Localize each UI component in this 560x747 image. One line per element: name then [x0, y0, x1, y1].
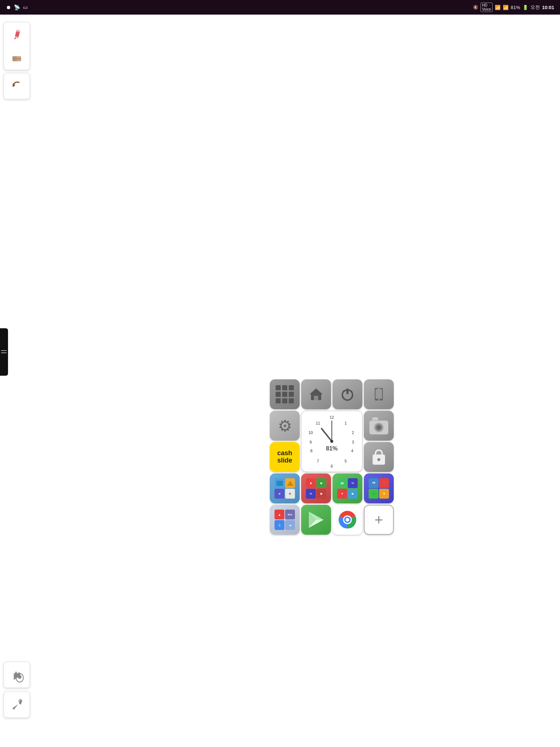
app-settings-button[interactable]: ⚙: [270, 411, 300, 441]
clock-face-svg: 12 3 6 9 1 2 5 7 10 11 4 8 81%: [303, 412, 361, 471]
svg-text:5: 5: [345, 459, 347, 463]
pointer-icon: [9, 667, 25, 683]
power-icon: [339, 386, 355, 402]
app-folder2-button[interactable]: ♟ ▶ M ▶: [301, 473, 331, 503]
app-folder4-button[interactable]: 🗺 📍 🐉 ★: [364, 473, 394, 503]
time-label: 10:01: [542, 5, 554, 10]
app-phone-button[interactable]: [364, 379, 394, 409]
cloud-icon: ▲ box 💧 ☁: [275, 510, 295, 530]
app-home-button[interactable]: [301, 379, 331, 409]
antenna-icon: 📡: [14, 4, 20, 10]
svg-text:11: 11: [316, 421, 320, 425]
record-icon: ⏺: [6, 4, 11, 10]
wrench-button[interactable]: [7, 695, 27, 715]
app-lock-button[interactable]: [364, 442, 394, 472]
svg-text:1: 1: [345, 421, 347, 425]
svg-text:3: 3: [352, 440, 354, 444]
app-chrome-button[interactable]: [332, 505, 362, 535]
app-cloud-button[interactable]: ▲ box 💧 ☁: [270, 505, 300, 535]
svg-text:4: 4: [351, 449, 353, 453]
camera-icon: [369, 417, 388, 434]
app-grid-container: ⚙ 12 3 6 9 1 2 5 7 10 11 4 8: [270, 379, 394, 535]
app-grid-button[interactable]: [270, 379, 300, 409]
svg-text:6: 6: [331, 464, 333, 468]
svg-text:10: 10: [308, 430, 313, 435]
app-power-button[interactable]: [332, 379, 362, 409]
pencil-icon: [10, 28, 23, 42]
period-label: 오전: [530, 4, 540, 11]
eraser-icon: [10, 50, 23, 63]
eraser-button[interactable]: [7, 47, 27, 67]
app-grid: ⚙ 12 3 6 9 1 2 5 7 10 11 4 8: [270, 379, 394, 535]
svg-text:9: 9: [310, 440, 312, 444]
svg-text:7: 7: [317, 459, 319, 463]
pointer-button[interactable]: [7, 665, 27, 685]
bottom-toolbar: [4, 662, 30, 718]
svg-text:8: 8: [310, 449, 312, 453]
app-folder3-button[interactable]: W M ♥ ▶: [332, 473, 362, 503]
add-icon: +: [374, 512, 383, 528]
chrome-icon: [337, 509, 358, 531]
battery-percent: 81%: [511, 5, 520, 10]
undo-icon: [10, 80, 23, 93]
wrench-group: [4, 692, 30, 718]
play-store-icon: [306, 510, 326, 530]
svg-marker-33: [287, 481, 293, 486]
svg-text:12: 12: [330, 415, 334, 419]
undo-group: [4, 73, 30, 99]
svg-rect-32: [276, 481, 283, 486]
side-handle[interactable]: ||: [0, 328, 8, 376]
app-cashslide-button[interactable]: cash slide: [270, 442, 300, 472]
svg-point-43: [18, 675, 22, 679]
svg-rect-9: [314, 396, 318, 400]
signal-icon: 📶: [503, 5, 509, 10]
battery-icon: 🔋: [522, 5, 528, 10]
pencil-button[interactable]: [7, 25, 27, 45]
pointer-group: [4, 662, 30, 688]
folder4-icon: 🗺 📍 🐉 ★: [369, 478, 389, 499]
svg-point-30: [330, 440, 333, 443]
settings-gear-icon: ⚙: [278, 417, 292, 435]
grid-icon: [276, 385, 294, 403]
status-bar-left: ⏺ 📡 ▭: [6, 4, 28, 10]
app-folder1-button[interactable]: d G: [270, 473, 300, 503]
cashslide-label: cash slide: [270, 450, 300, 464]
home-icon: [308, 386, 324, 402]
svg-rect-15: [377, 388, 380, 389]
svg-point-14: [378, 399, 380, 400]
undo-button[interactable]: [7, 76, 27, 96]
left-toolbar: [4, 22, 30, 99]
svg-rect-11: [346, 388, 349, 394]
mute-icon: 🔇: [473, 5, 478, 10]
folder3-icon: W M ♥ ▶: [337, 478, 358, 499]
hd-voice-label: HDVoice: [481, 3, 492, 12]
svg-rect-13: [376, 389, 382, 399]
wrench-icon: [9, 697, 25, 713]
wifi-icon: 📶: [495, 5, 501, 10]
lock-icon: [373, 449, 385, 465]
svg-point-41: [346, 518, 349, 522]
app-camera-button[interactable]: [364, 411, 394, 441]
phone-icon: [371, 386, 387, 402]
svg-text:2: 2: [352, 430, 354, 435]
drawing-tools: [4, 22, 30, 70]
app-play-button[interactable]: [301, 505, 331, 535]
folder2-icon: ♟ ▶ M ▶: [306, 478, 326, 499]
side-handle-label: ||: [1, 350, 7, 354]
app-clock-widget[interactable]: 12 3 6 9 1 2 5 7 10 11 4 8 81%: [301, 411, 362, 472]
app-add-button[interactable]: +: [364, 505, 394, 535]
status-bar: ⏺ 📡 ▭ 🔇 HDVoice 📶 📶 81% 🔋 오전 10:01: [0, 0, 560, 15]
svg-text:81%: 81%: [326, 445, 338, 452]
svg-line-28: [322, 429, 332, 441]
svg-rect-6: [12, 58, 21, 59]
tablet-icon: ▭: [23, 4, 28, 10]
status-bar-right: 🔇 HDVoice 📶 📶 81% 🔋 오전 10:01: [473, 3, 554, 12]
folder1-icon: d G: [275, 478, 295, 499]
